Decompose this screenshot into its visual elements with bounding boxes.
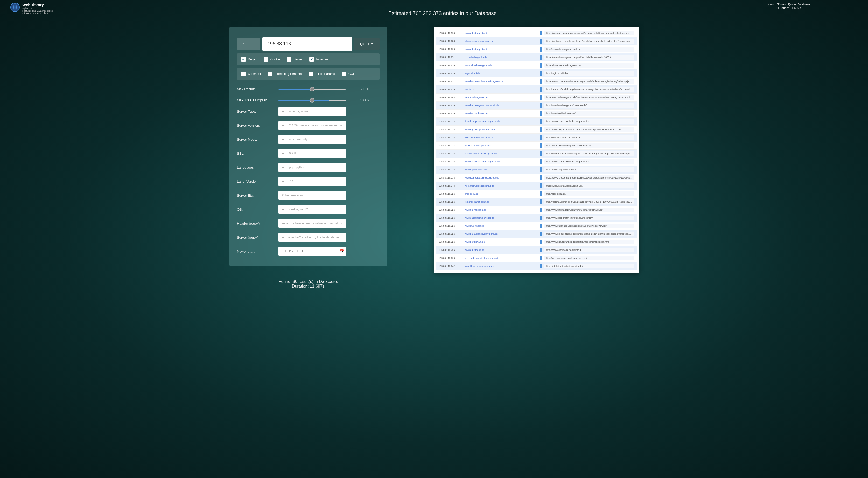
url-badge-icon[interactable] [540,264,542,268]
filter-server[interactable]: Server [287,57,303,62]
result-url[interactable]: https://web.intern.arbeitsagentur.de/ [545,183,634,188]
url-badge-icon[interactable] [540,200,542,204]
result-url[interactable]: https://download-portal.arbeitsagentur.d… [545,119,634,124]
result-url[interactable]: https://con.arbeitsagentur.de/prod/beruf… [545,55,634,60]
result-domain-link[interactable]: www.arbeitsagentur.de [465,32,540,34]
result-domain-link[interactable]: www.regional.planet-beruf.de [465,128,540,131]
result-domain-link[interactable]: www.bundesagenturfuerarbeit.de [465,104,540,107]
url-badge-icon[interactable] [540,256,542,260]
result-url[interactable]: http://www.bundesagenturfuerarbeit.de/ [545,103,634,108]
result-url[interactable]: http://www.dasbringtmichweiter.de/typisc… [545,215,634,220]
filter-x-header[interactable]: X-Header [241,71,261,76]
result-domain-link[interactable]: statistik-dr.arbeitsagentur.de [465,265,540,267]
url-badge-icon[interactable] [540,232,542,236]
date-input[interactable] [278,247,346,256]
result-url[interactable]: http://www.familienkasse.de/ [545,111,634,116]
result-url[interactable]: https://infobub.arbeitsagentur.de/kurs/p… [545,143,634,148]
url-badge-icon[interactable] [540,224,542,228]
url-badge-icon[interactable] [540,31,542,35]
url-badge-icon[interactable] [540,79,542,84]
result-domain-link[interactable]: www.tagderberufe.de [465,168,540,171]
result-domain-link[interactable]: www.arbeitsagnetur.de [465,48,540,50]
url-badge-icon[interactable] [540,39,542,43]
result-domain-link[interactable]: www.lernboerse.arbeitsagentur.de [465,160,540,163]
result-domain-link[interactable]: www.berufswahl.de [465,241,540,243]
result-domain-link[interactable]: berufe.tv [465,88,540,91]
result-domain-link[interactable]: jobboerse.arbeitsagentur.de [465,40,540,42]
result-url[interactable]: http://www.uni-magazin.de/200406/pdf/arb… [545,207,634,212]
result-url[interactable]: https://www.arbeitsagentur.de/vor-ort/ce… [545,31,634,35]
url-badge-icon[interactable] [540,111,542,116]
url-badge-icon[interactable] [540,95,542,100]
result-url[interactable]: http://xn--bundesagenturfrarbeit-mic.de/ [545,256,634,260]
url-badge-icon[interactable] [540,248,542,252]
url-badge-icon[interactable] [540,47,542,52]
url-badge-icon[interactable] [540,55,542,60]
url-badge-icon[interactable] [540,167,542,172]
result-domain-link[interactable]: web.arbeitsagentur.de [465,96,540,99]
result-url[interactable]: http://kursnet-finden.arbeitsagentur.de/… [545,151,634,156]
query-button[interactable]: QUERY [354,38,379,50]
result-url[interactable]: http://www.berufswahl.de/de/praktikumsbo… [545,240,634,244]
result-url[interactable]: http://www.arbeitsagnetur.de/trier [545,47,634,52]
result-url[interactable]: http://regional.abi.de/ [545,71,634,76]
result-url[interactable]: http://www.arbeitsamt.de/bielefeld [545,248,634,252]
result-domain-link[interactable]: www.dasbringtmichweiter.de [465,216,540,219]
url-badge-icon[interactable] [540,119,542,124]
result-url[interactable]: https://www.kursnet-online.arbeitsagentu… [545,79,634,84]
url-badge-icon[interactable] [540,192,542,196]
result-domain-link[interactable]: haushalt.arbeitsagentur.de [465,64,540,67]
field-input-8[interactable] [278,219,346,228]
result-domain-link[interactable]: xn--bundesagenturfrarbeit-mic.de [465,257,540,259]
max-results-slider[interactable] [278,89,346,90]
query-type-select[interactable]: IP [237,38,260,50]
result-domain-link[interactable]: www.familienkasse.de [465,112,540,115]
result-domain-link[interactable]: regional.planet-beruf.de [465,201,540,203]
result-domain-link[interactable]: regional.abi.de [465,72,540,75]
filter-cookie[interactable]: Cookie [264,57,280,62]
field-input-9[interactable] [278,233,346,242]
url-badge-icon[interactable] [540,63,542,68]
field-input-4[interactable] [278,163,346,172]
field-input-3[interactable] [278,149,346,158]
result-url[interactable]: https://www.tagderberufe.de/ [545,167,634,172]
field-input-0[interactable] [278,107,346,116]
filter-http-params[interactable]: HTTP Params [309,71,335,76]
result-url[interactable]: https://www.jobboerse.arbeitsagentur.de/… [545,175,634,180]
url-badge-icon[interactable] [540,240,542,244]
result-url[interactable]: http://www.ba-auslandsvermittlung.de/lan… [545,232,634,236]
result-domain-link[interactable]: www.uni-magazin.de [465,209,540,211]
result-domain-link[interactable]: download-portal.arbeitsagentur.de [465,120,540,123]
result-domain-link[interactable]: web.intern.arbeitsagentur.de [465,184,540,187]
result-domain-link[interactable]: wilhelmshaven-jobcenter.de [465,136,540,139]
result-domain-link[interactable]: arge-sgb2.de [465,193,540,195]
url-badge-icon[interactable] [540,135,542,140]
url-badge-icon[interactable] [540,127,542,132]
result-url[interactable]: http://www.studifinder.de/index.php?ac=s… [545,224,634,228]
result-url[interactable]: https://haushalt.arbeitsagentur.de/ [545,63,634,68]
filter-regex[interactable]: Regex [241,57,257,62]
url-badge-icon[interactable] [540,175,542,180]
result-url[interactable]: http://arge-sgb2.de/ [545,192,634,196]
filter-individual[interactable]: Individual [309,57,329,62]
result-domain-link[interactable]: www.studifinder.de [465,225,540,227]
result-url[interactable]: https://statistik-dr.arbeitsagentur.de/ [545,264,634,268]
field-input-7[interactable] [278,205,346,214]
field-input-6[interactable] [278,191,346,200]
url-badge-icon[interactable] [540,207,542,212]
url-badge-icon[interactable] [540,151,542,156]
result-url[interactable]: http://berufe.tv/ausbildungsberufe/verke… [545,87,634,92]
url-badge-icon[interactable] [540,215,542,220]
result-domain-link[interactable]: www.kursnet-online.arbeitsagentur.de [465,80,540,83]
result-domain-link[interactable]: infobub.arbeitsagentur.de [465,144,540,147]
result-domain-link[interactable]: www.arbeitsamt.de [465,249,540,251]
multiplier-slider[interactable] [278,100,346,101]
url-badge-icon[interactable] [540,159,542,164]
filter-cgi[interactable]: CGI [342,71,354,76]
result-url[interactable]: https://www.lernboerse.arbeitsagentur.de… [545,159,634,164]
result-domain-link[interactable]: www.jobboerse.arbeitsagentur.de [465,176,540,179]
url-badge-icon[interactable] [540,143,542,148]
result-url[interactable]: https://www.regional.planet-beruf.de/abs… [545,127,634,132]
field-input-5[interactable] [278,177,346,186]
result-url[interactable]: https://web.arbeitsagentur.de/berufenet/… [545,95,634,100]
